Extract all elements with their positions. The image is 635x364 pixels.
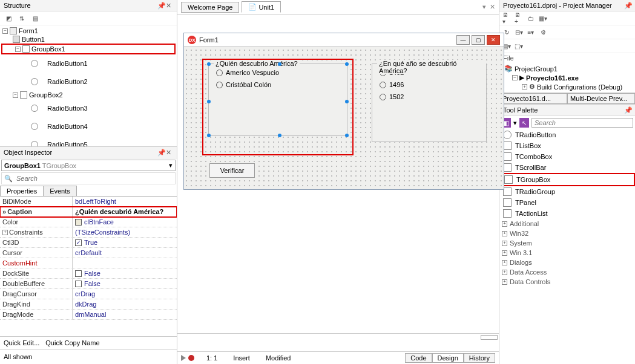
radiobutton5[interactable]: 1502 <box>380 93 479 100</box>
palette-item[interactable]: TRadioGroup <box>499 186 635 197</box>
tree-node[interactable]: ProjectGroup1 <box>515 65 558 73</box>
project-tree[interactable]: 📚ProjectGroup1 −▶Proyecto161.exe +⚙Build… <box>499 63 635 93</box>
palette-search-input[interactable] <box>531 118 633 128</box>
prop-value[interactable]: False <box>84 270 100 277</box>
checkbox-icon[interactable] <box>75 281 82 287</box>
design-form[interactable]: DXForm1 — ▢ ✕ ¿Quién descubrio América? … <box>183 33 504 190</box>
tab-design[interactable]: Design <box>432 353 464 363</box>
tool-btn[interactable]: 🗀 <box>526 13 536 23</box>
scroll-thumb[interactable] <box>481 335 498 340</box>
pointer-icon[interactable]: ↖ <box>519 118 529 128</box>
component-selector[interactable]: GroupBox1 TGroupBox ▾ <box>1 160 176 171</box>
verify-button[interactable]: Verificar <box>209 163 255 178</box>
pin-icon[interactable]: 📌 <box>157 149 165 156</box>
expand-icon[interactable]: + <box>502 260 507 265</box>
tree-node[interactable]: Build Configurations (Debug) <box>537 83 622 91</box>
form-designer[interactable]: DXForm1 — ▢ ✕ ¿Quién descubrio América? … <box>177 15 499 333</box>
tree-node[interactable]: Button1 <box>22 36 45 43</box>
checkbox-icon[interactable] <box>75 270 82 277</box>
groupbox1[interactable]: ¿Quién descubrio América? Americo Vespuc… <box>208 63 347 136</box>
tool-btn[interactable]: ▦▾ <box>538 13 548 23</box>
resize-handle[interactable] <box>345 100 349 103</box>
radiobutton4[interactable]: 1496 <box>380 81 479 88</box>
tool-btn[interactable]: 🗎▾ <box>502 13 512 23</box>
tab-history[interactable]: History <box>464 353 495 363</box>
pin-icon[interactable]: 📌 <box>624 106 631 114</box>
expand-icon[interactable]: − <box>15 47 21 52</box>
tree-node[interactable]: RadioButton5 <box>47 141 88 146</box>
expand-icon[interactable]: + <box>502 231 507 236</box>
structure-tree[interactable]: −Form1 Button1 −GroupBox1 RadioButton1 R… <box>0 25 177 146</box>
radiobutton1[interactable]: Americo Vespucio <box>216 69 340 76</box>
chevron-down-icon[interactable]: ▾ <box>169 161 173 169</box>
tree-node-groupbox1[interactable]: GroupBox1 <box>31 45 65 53</box>
prop-value[interactable]: clBtnFace <box>84 218 114 226</box>
radiobutton2[interactable]: Cristóbal Colón <box>216 81 340 88</box>
chevron-down-icon[interactable]: ▾ <box>513 119 517 127</box>
pin-icon[interactable]: 📌 <box>624 2 631 9</box>
tree-node[interactable]: GroupBox2 <box>29 91 63 99</box>
prop-value[interactable] <box>73 258 177 268</box>
resize-handle[interactable] <box>278 62 281 66</box>
tab-multidevice[interactable]: Multi-Device Prev... <box>567 93 635 104</box>
tree-node[interactable]: RadioButton1 <box>47 60 88 67</box>
tool-btn[interactable]: ▤ <box>30 13 40 23</box>
resize-handle[interactable] <box>278 134 281 137</box>
tree-node[interactable]: RadioButton3 <box>47 105 88 112</box>
palette-item[interactable]: TRadioButton <box>499 129 635 140</box>
tool-btn[interactable]: ⊟▾ <box>514 27 524 37</box>
palette-category[interactable]: +Data Controls <box>499 277 635 287</box>
tool-btn[interactable]: 🗎+ <box>514 13 524 23</box>
tab-welcome[interactable]: Welcome Page <box>181 2 239 13</box>
tab-unit1[interactable]: 📄Unit1 <box>242 1 281 13</box>
tool-btn[interactable]: ⇅ <box>17 13 27 23</box>
close-icon[interactable]: ✕ <box>490 3 495 11</box>
designer-scrollbar[interactable] <box>177 333 499 351</box>
record-icon[interactable] <box>188 355 194 361</box>
palette-category[interactable]: +Additional <box>499 219 635 229</box>
play-icon[interactable] <box>181 355 186 361</box>
prop-value[interactable]: (TSizeConstraints) <box>73 227 177 237</box>
tab-properties[interactable]: Properties <box>0 186 44 196</box>
palette-item[interactable]: TListBox <box>499 140 635 151</box>
expand-icon[interactable]: − <box>13 93 18 98</box>
resize-handle[interactable] <box>345 62 349 66</box>
palette-item[interactable]: TComboBox <box>499 151 635 162</box>
prop-value[interactable]: crDrag <box>73 289 177 299</box>
resize-handle[interactable] <box>207 62 211 66</box>
tool-btn[interactable]: ◩ <box>4 13 13 23</box>
chevron-down-icon[interactable]: ▾ <box>482 3 486 11</box>
palette-item-tgroupbox[interactable]: TGroupBox <box>499 173 635 186</box>
close-icon[interactable]: ✕ <box>166 2 173 9</box>
search-input[interactable] <box>15 174 173 183</box>
palette-item[interactable]: TActionList <box>499 208 635 219</box>
tab-code[interactable]: Code <box>405 353 432 363</box>
palette-category[interactable]: +System <box>499 238 635 248</box>
tree-node[interactable]: RadioButton2 <box>47 78 88 85</box>
expand-icon[interactable]: − <box>2 28 8 34</box>
tab-events[interactable]: Events <box>43 186 77 196</box>
tree-node-exe[interactable]: Proyecto161.exe <box>526 74 579 82</box>
palette-category[interactable]: +Win 3.1 <box>499 248 635 258</box>
quick-edit-link[interactable]: Quick Edit... <box>4 339 39 346</box>
prop-value[interactable]: dmManual <box>73 310 177 319</box>
palette-item[interactable]: TPanel <box>499 197 635 208</box>
resize-handle[interactable] <box>345 134 349 137</box>
checkbox-icon[interactable]: ✓ <box>75 239 82 246</box>
close-icon[interactable]: ✕ <box>487 35 500 45</box>
palette-category[interactable]: +Dialogs <box>499 258 635 267</box>
prop-value[interactable]: False <box>84 280 100 287</box>
expand-icon[interactable]: + <box>522 84 527 89</box>
property-grid[interactable]: BiDiModebdLeftToRight »Caption¿Quién des… <box>0 197 177 336</box>
resize-handle[interactable] <box>207 134 211 137</box>
prop-value[interactable]: dkDrag <box>73 299 177 309</box>
maximize-icon[interactable]: ▢ <box>472 35 485 45</box>
palette-category[interactable]: +Data Access <box>499 267 635 277</box>
expand-icon[interactable]: + <box>502 270 507 275</box>
prop-value[interactable]: crDefault <box>73 248 177 258</box>
prop-value[interactable]: bdLeftToRight <box>73 197 177 206</box>
tool-btn[interactable]: ⬚▾ <box>514 41 524 51</box>
quick-copy-link[interactable]: Quick Copy Name <box>45 339 99 346</box>
expand-icon[interactable]: + <box>2 230 8 235</box>
expand-icon[interactable]: + <box>502 279 507 285</box>
